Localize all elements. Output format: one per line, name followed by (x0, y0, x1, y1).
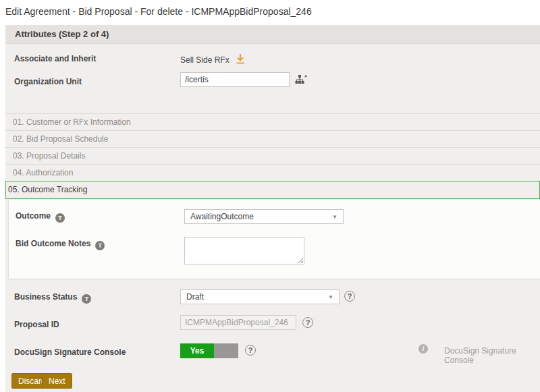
outcome-select-value: AwaitingOutcome (190, 212, 254, 221)
organization-unit-label: Organization Unit (14, 77, 82, 86)
accordion-section-authorization[interactable]: 04. Authorization (5, 164, 540, 181)
business-status-tooltip-icon[interactable]: T (82, 294, 91, 304)
accordion-section-outcome-tracking[interactable]: 05. Outcome Tracking (5, 181, 540, 199)
business-status-select-value: Draft (186, 292, 204, 302)
associate-inherit-value: Sell Side RFx (180, 54, 246, 67)
bid-outcome-notes-tooltip-icon[interactable]: T (95, 241, 105, 250)
chevron-down-icon: ▼ (328, 294, 333, 300)
page-title: Edit Agreement - Bid Proposal - For dele… (5, 6, 312, 17)
bid-outcome-notes-textarea[interactable] (184, 237, 304, 264)
panel-header: Attributes (Step 2 of 4) (5, 25, 540, 44)
associate-inherit-value-text: Sell Side RFx (180, 55, 230, 65)
org-hierarchy-icon[interactable] (295, 74, 307, 88)
business-status-label-text: Business Status (14, 292, 77, 302)
organization-unit-input[interactable] (180, 72, 290, 87)
business-status-select[interactable]: Draft ▼ (180, 289, 340, 304)
accordion-sections: 01. Customer or RFx Information 02. Bid … (5, 113, 540, 199)
proposal-id-input (180, 315, 296, 330)
proposal-id-help-icon[interactable]: ? (302, 317, 313, 328)
outcome-label: OutcomeT (16, 211, 65, 223)
attributes-panel: Attributes (Step 2 of 4) Associate and I… (5, 25, 540, 392)
docusign-info-icon[interactable]: i (418, 344, 428, 354)
outcome-label-text: Outcome (16, 211, 51, 221)
accordion-section-customer-rfx-info[interactable]: 01. Customer or RFx Information (5, 113, 540, 130)
download-icon[interactable] (235, 54, 246, 67)
outcome-select[interactable]: AwaitingOutcome ▼ (184, 209, 344, 224)
outcome-tooltip-icon[interactable]: T (55, 213, 65, 223)
docusign-toggle[interactable]: Yes (180, 343, 238, 358)
business-status-label: Business StatusT (14, 292, 91, 304)
chevron-down-icon: ▼ (332, 214, 338, 220)
docusign-info-text: DocuSign Signature Console (444, 346, 540, 365)
edit-agreement-page: Edit Agreement - Bid Proposal - For dele… (0, 0, 540, 392)
bid-outcome-notes-label-text: Bid Outcome Notes (16, 239, 90, 248)
business-status-help-icon[interactable]: ? (344, 291, 355, 302)
docusign-toggle-track (214, 343, 238, 358)
proposal-id-label: Proposal ID (14, 320, 59, 329)
accordion-section-proposal-details[interactable]: 03. Proposal Details (5, 147, 540, 164)
bid-outcome-notes-label: Bid Outcome NotesT (16, 239, 105, 250)
accordion-section-bid-proposal-schedule[interactable]: 02. Bid Proposal Schedule (5, 130, 540, 147)
next-button[interactable]: Next (42, 373, 72, 389)
outcome-tracking-content: OutcomeT AwaitingOutcome ▼ Bid Outcome N… (8, 200, 540, 279)
docusign-toggle-on-label: Yes (180, 343, 214, 358)
associate-inherit-label: Associate and Inherit (14, 54, 96, 63)
docusign-help-icon[interactable]: ? (245, 345, 256, 356)
docusign-label: DocuSign Signature Console (14, 347, 126, 357)
